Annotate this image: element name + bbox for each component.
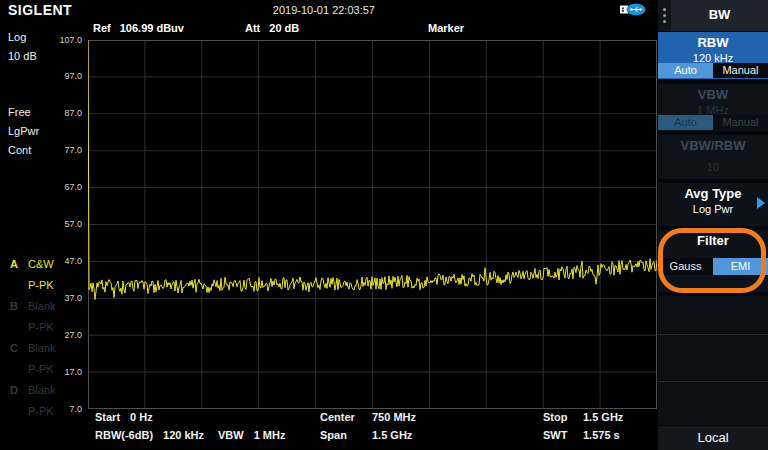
start-freq-readout: Start0 Hz <box>95 411 153 423</box>
filter-gauss-button[interactable]: Gauss <box>658 258 713 275</box>
avg-type-softkey[interactable]: Avg Type Log Pwr <box>658 183 768 226</box>
y-axis-tick: 37.0 <box>0 293 84 303</box>
rbw-auto-button[interactable]: Auto <box>658 63 713 78</box>
y-axis-tick: 17.0 <box>0 367 84 377</box>
panel-title: BW <box>671 7 768 22</box>
marker-header: Marker <box>428 22 464 37</box>
trace-mode: Blank <box>28 342 56 354</box>
y-axis-tick: 27.0 <box>0 330 84 340</box>
stop-freq-readout: Stop1.5 GHz <box>543 411 623 423</box>
panel-header: BW <box>658 0 768 31</box>
rbw-manual-button[interactable]: Manual <box>713 63 768 78</box>
vbw-softkey-disabled[interactable]: VBW 1 MHz Auto Manual <box>658 84 768 131</box>
y-axis-tick: 107.0 <box>0 35 84 45</box>
att-value: 20 dB <box>269 22 299 34</box>
y-axis-tick: 97.0 <box>0 71 84 81</box>
vbw-readout: VBW1 MHz <box>218 429 285 441</box>
ref-label: Ref <box>93 22 111 34</box>
local-button[interactable]: Local <box>658 426 768 450</box>
y-axis-tick: 7.0 <box>0 404 84 414</box>
vbw-rbw-ratio-softkey-disabled[interactable]: VBW/RBW 10 <box>658 135 768 179</box>
submenu-arrow-icon <box>757 197 765 209</box>
usb-icon <box>620 3 646 16</box>
trace-mode: Blank <box>28 384 56 396</box>
sidebar-scale-div[interactable]: 10 dB <box>8 50 37 62</box>
softkey-empty-2 <box>658 334 768 380</box>
swt-readout: SWT1.575 s <box>543 429 620 441</box>
datetime-display: 2019-10-01 22:03:57 <box>273 4 375 16</box>
vbw-auto-button[interactable]: Auto <box>658 115 713 130</box>
sidebar-avg-mode[interactable]: LgPwr <box>8 125 39 137</box>
ref-value: 106.99 dBuv <box>120 22 184 34</box>
att-label: Att <box>245 22 260 34</box>
attenuation-readout: Att20 dB <box>245 22 299 37</box>
softkey-panel: BW RBW 120 kHz Auto Manual VBW 1 MHz Aut… <box>658 0 768 450</box>
trace-letter: D <box>10 380 28 401</box>
ref-level-readout: Ref106.99 dBuv <box>93 22 184 37</box>
center-freq-readout: Center750 MHz <box>320 411 416 423</box>
filter-emi-button[interactable]: EMI <box>713 258 768 275</box>
spectrum-analyzer-screen: SIGLENT 2019-10-01 22:03:57 Ref106.99 dB… <box>0 0 768 450</box>
y-axis-tick: 57.0 <box>0 219 84 229</box>
filter-softkey[interactable]: Filter Gauss EMI <box>658 230 768 292</box>
vbw-manual-button[interactable]: Manual <box>713 115 768 130</box>
softkey-empty-1 <box>658 296 768 333</box>
softkey-empty-3 <box>658 381 768 425</box>
rbw-softkey[interactable]: RBW 120 kHz Auto Manual <box>658 32 768 79</box>
spectrum-plot-area[interactable] <box>88 40 657 409</box>
span-readout: Span1.5 GHz <box>320 429 412 441</box>
top-status-bar: SIGLENT 2019-10-01 22:03:57 <box>0 0 658 20</box>
rbw-readout: RBW(-6dB)120 kHz <box>95 429 204 441</box>
y-axis-tick: 47.0 <box>0 256 84 266</box>
y-axis-tick: 77.0 <box>0 145 84 155</box>
y-axis-tick: 87.0 <box>0 108 84 118</box>
panel-grip-icon[interactable] <box>658 0 671 31</box>
trace-letter: C <box>10 338 28 359</box>
trace-indicator-D[interactable]: DBlankP-PK <box>10 380 85 422</box>
siglent-logo: SIGLENT <box>8 2 72 18</box>
y-axis-tick: 67.0 <box>0 182 84 192</box>
